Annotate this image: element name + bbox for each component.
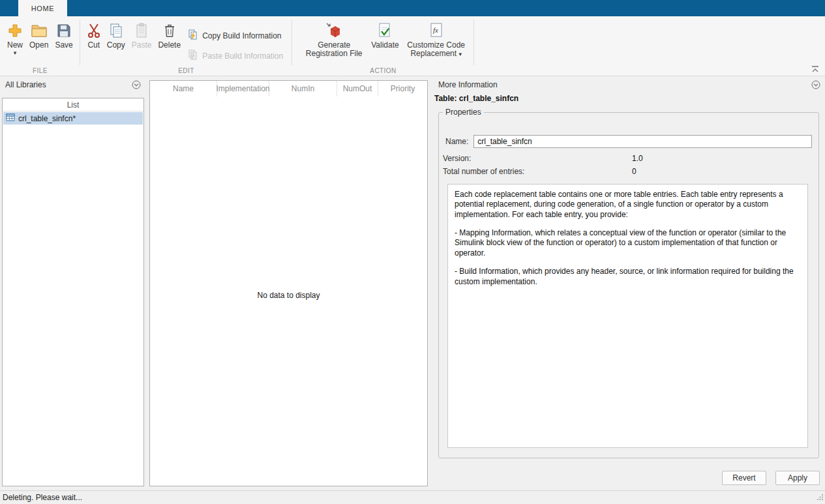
column-header-implementation[interactable]: Implementation	[217, 81, 269, 96]
paste-build-information-icon	[188, 50, 198, 62]
entries-table-panel: Name Implementation NumIn NumOut Priorit…	[149, 80, 428, 486]
table-icon	[6, 113, 15, 123]
cut-button[interactable]: Cut	[84, 16, 104, 50]
entries-label: Total number of entries:	[443, 167, 524, 176]
all-libraries-title: All Libraries	[5, 80, 46, 89]
titlebar: HOME	[0, 0, 825, 16]
list-item-crl-table-sinfcn[interactable]: crl_table_sinfcn*	[3, 112, 143, 125]
all-libraries-collapse-icon[interactable]	[132, 80, 141, 91]
validate-check-icon	[378, 22, 392, 40]
name-label: Name:	[445, 137, 468, 146]
ribbon-group-file: New ▾ Open Save FILE	[0, 16, 80, 76]
customize-code-replacement-button[interactable]: fx Customize Code Replacement ▾	[402, 16, 470, 58]
properties-legend: Properties	[443, 108, 484, 117]
copy-build-information-button[interactable]: Copy Build Information	[188, 29, 283, 42]
generate-registration-file-button[interactable]: Generate Registration File	[300, 16, 368, 58]
libraries-list-header: List	[3, 98, 143, 111]
entries-value: 0	[632, 167, 637, 176]
main-area: All Libraries List crl_table_sinfcn* Nam…	[0, 76, 825, 490]
list-item-label: crl_table_sinfcn*	[18, 114, 76, 123]
ribbon-group-edit: Cut Copy Paste Delete	[80, 16, 292, 76]
table-column-headers: Name Implementation NumIn NumOut Priorit…	[150, 81, 427, 96]
column-header-name[interactable]: Name	[150, 81, 217, 96]
collapse-ribbon-icon[interactable]	[811, 65, 820, 73]
all-libraries-panel: All Libraries List crl_table_sinfcn*	[0, 76, 149, 490]
customize-dropdown-arrow-icon[interactable]: ▾	[458, 51, 462, 57]
status-bar: Deleting. Please wait...	[0, 490, 825, 504]
file-group-label: FILE	[0, 67, 80, 74]
properties-fieldset: Properties Name: Version: 1.0 Total numb…	[438, 108, 819, 458]
save-button[interactable]: Save	[52, 16, 76, 50]
description-paragraph: - Mapping Information, which relates a c…	[455, 228, 801, 258]
table-description: Each code replacement table contains one…	[447, 184, 808, 448]
edit-group-label: EDIT	[80, 67, 292, 74]
copy-build-information-icon	[188, 29, 198, 42]
column-header-priority[interactable]: Priority	[378, 81, 427, 96]
ribbon-group-action: Generate Registration File Validate fx C…	[292, 16, 473, 76]
copy-icon	[109, 22, 123, 40]
revert-button[interactable]: Revert	[722, 471, 766, 485]
tab-home[interactable]: HOME	[18, 0, 67, 16]
name-input[interactable]	[473, 135, 812, 148]
paste-build-information-button[interactable]: Paste Build Information	[188, 50, 283, 62]
more-information-collapse-icon[interactable]	[811, 80, 820, 91]
validate-button[interactable]: Validate	[368, 16, 402, 50]
version-label: Version:	[443, 154, 471, 163]
generate-registration-file-icon	[325, 22, 343, 40]
action-group-label: ACTION	[292, 67, 473, 74]
more-information-title: More Information	[438, 80, 498, 89]
description-paragraph: Each code replacement table contains one…	[455, 190, 801, 220]
new-button[interactable]: New ▾	[4, 16, 26, 55]
paste-clipboard-icon	[135, 22, 148, 40]
status-message: Deleting. Please wait...	[3, 491, 82, 504]
save-floppy-icon	[57, 22, 71, 40]
empty-table-message: No data to display	[150, 291, 427, 300]
delete-button[interactable]: Delete	[155, 16, 184, 50]
more-information-panel: More Information Table: crl_table_sinfcn…	[433, 76, 825, 490]
cut-scissors-icon	[87, 22, 100, 40]
paste-button[interactable]: Paste	[128, 16, 155, 50]
new-icon	[7, 22, 23, 40]
libraries-list: List crl_table_sinfcn*	[2, 98, 144, 486]
fx-glyph: fx	[433, 26, 438, 34]
open-button[interactable]: Open	[26, 16, 52, 50]
version-value: 1.0	[632, 154, 643, 163]
description-paragraph: - Build Information, which provides any …	[455, 267, 801, 287]
copy-button[interactable]: Copy	[104, 16, 128, 50]
table-heading: Table: crl_table_sinfcn	[434, 94, 518, 103]
column-header-numout[interactable]: NumOut	[337, 81, 378, 96]
open-folder-icon	[31, 22, 48, 40]
delete-trash-icon	[163, 22, 176, 40]
customize-code-replacement-fx-icon: fx	[429, 22, 443, 40]
ribbon-toolstrip: New ▾ Open Save FILE	[0, 16, 825, 76]
resize-grip[interactable]	[817, 494, 824, 503]
column-header-numin[interactable]: NumIn	[269, 81, 337, 96]
apply-button[interactable]: Apply	[775, 471, 820, 485]
new-dropdown-arrow-icon[interactable]: ▾	[14, 50, 17, 55]
